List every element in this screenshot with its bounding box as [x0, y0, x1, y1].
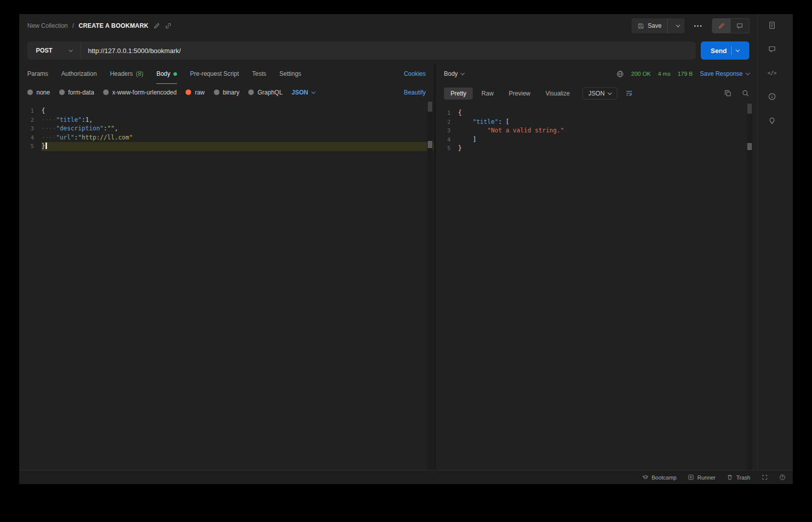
code-line[interactable]: 5}	[19, 142, 434, 151]
scrollbar-thumb[interactable]	[428, 102, 432, 112]
code-line[interactable]: 4 ]	[436, 135, 757, 145]
response-header: Body 200 OK 4 ms 179 B Save Response	[436, 64, 757, 84]
code-line[interactable]: 5}	[436, 144, 757, 153]
line-number: 5	[19, 142, 41, 151]
code-line[interactable]: 3····"description":"",	[19, 124, 434, 133]
send-button-divider	[731, 46, 732, 55]
tab-tests[interactable]: Tests	[252, 64, 266, 84]
trash-button[interactable]: Trash	[727, 474, 750, 481]
editor-scrollbar[interactable]	[427, 101, 433, 470]
chevron-down-icon	[311, 89, 315, 93]
save-button[interactable]: Save	[631, 18, 667, 33]
url-input[interactable]	[81, 41, 696, 60]
comment-icon[interactable]	[765, 42, 779, 56]
body-type-raw[interactable]: raw	[186, 89, 204, 96]
status-bar: Bootcamp Runner Trash	[19, 470, 793, 484]
info-icon[interactable]	[765, 89, 779, 104]
chevron-down-icon	[736, 48, 740, 52]
pencil-icon	[718, 22, 725, 29]
radio-icon	[27, 89, 33, 95]
lightbulb-icon[interactable]	[765, 113, 779, 127]
topbar-actions: Save •••	[631, 18, 749, 33]
code-line[interactable]: 1{	[19, 107, 434, 116]
network-globe-icon[interactable]	[616, 70, 624, 78]
tab-pre-request-script[interactable]: Pre-request Script	[190, 64, 239, 84]
body-type-none[interactable]: none	[27, 89, 50, 96]
tab-authorization[interactable]: Authorization	[61, 64, 97, 84]
request-topbar: New Collection / CREATE A BOOKMARK	[19, 14, 757, 37]
response-view-tabs: Pretty Raw Preview Visualize JSON	[436, 84, 757, 103]
radio-icon	[59, 89, 65, 95]
body-type-urlencoded[interactable]: x-www-form-urlencoded	[103, 89, 176, 96]
line-number: 2	[19, 116, 41, 125]
headers-count: (8)	[136, 70, 144, 77]
save-response-button[interactable]: Save Response	[700, 70, 749, 77]
editor-scrollbar[interactable]	[747, 103, 752, 470]
code-line[interactable]: 3 "Not a valid string."	[436, 126, 757, 135]
save-label: Save	[648, 22, 661, 29]
response-format-select[interactable]: JSON	[582, 87, 617, 100]
tab-visualize[interactable]: Visualize	[539, 87, 576, 100]
expand-icon[interactable]	[761, 474, 768, 481]
beautify-link[interactable]: Beautify	[404, 89, 426, 96]
send-button[interactable]: Send	[701, 41, 749, 60]
response-body-viewer[interactable]: 1{2 "title": [3 "Not a valid string."4 ]…	[436, 103, 757, 470]
edit-name-icon[interactable]	[153, 22, 160, 29]
chevron-down-icon	[608, 90, 612, 94]
code-line[interactable]: 2 "title": [	[436, 118, 757, 127]
tab-body[interactable]: Body	[156, 64, 176, 84]
save-dropdown-button[interactable]	[667, 18, 685, 33]
runner-icon	[688, 474, 694, 481]
response-section-select[interactable]: Body	[444, 70, 464, 77]
radio-icon	[103, 89, 109, 95]
help-icon[interactable]	[779, 474, 786, 481]
context-sidebar: </>	[757, 14, 793, 470]
copy-link-icon[interactable]	[165, 22, 172, 29]
line-number: 3	[19, 124, 41, 133]
chevron-down-icon	[676, 23, 680, 27]
bootcamp-button[interactable]: Bootcamp	[642, 474, 677, 481]
response-toolbar-icons	[724, 89, 749, 97]
bootcamp-icon	[642, 474, 649, 481]
code-line[interactable]: 2····"title":1,	[19, 116, 434, 125]
comments-toggle[interactable]	[731, 19, 749, 33]
tab-raw[interactable]: Raw	[475, 87, 500, 100]
status-code: 200 OK	[631, 71, 651, 77]
scrollbar-thumb[interactable]	[747, 104, 752, 114]
response-pane: Body 200 OK 4 ms 179 B Save Response	[436, 64, 757, 470]
code-line[interactable]: 4····"url":"http://ll.com"	[19, 133, 434, 143]
wrap-text-icon[interactable]	[625, 89, 633, 97]
tab-params[interactable]: Params	[27, 64, 48, 84]
language-select[interactable]: JSON	[292, 89, 315, 96]
request-name[interactable]: CREATE A BOOKMARK	[78, 22, 148, 29]
radio-icon	[214, 89, 219, 95]
code-line[interactable]: 1{	[436, 109, 757, 118]
more-options-button[interactable]: •••	[691, 23, 706, 29]
documentation-icon[interactable]	[765, 18, 779, 32]
method-select[interactable]: POST	[27, 41, 81, 60]
runner-button[interactable]: Runner	[688, 474, 715, 481]
body-type-options: none form-data x-www-form-urlencoded raw…	[19, 84, 434, 101]
line-number: 5	[436, 144, 458, 153]
body-type-form-data[interactable]: form-data	[59, 89, 94, 96]
search-icon[interactable]	[742, 89, 749, 97]
overview-cursor-marker	[428, 141, 432, 148]
body-type-graphql[interactable]: GraphQL	[248, 89, 282, 96]
copy-icon[interactable]	[724, 89, 732, 97]
body-type-binary[interactable]: binary	[214, 89, 240, 96]
tab-settings[interactable]: Settings	[280, 64, 301, 84]
line-number: 1	[436, 109, 458, 118]
text-cursor	[46, 143, 47, 149]
comment-icon	[736, 22, 743, 29]
request-tabs: Params Authorization Headers(8) Body Pre…	[19, 64, 434, 84]
tab-headers[interactable]: Headers(8)	[110, 64, 143, 84]
code-icon[interactable]: </>	[765, 66, 779, 80]
edit-docs-toggle[interactable]	[712, 19, 731, 33]
tab-preview[interactable]: Preview	[502, 87, 537, 100]
view-toggle-group	[712, 18, 749, 33]
request-body-editor[interactable]: 1{2····"title":1,3····"description":"",4…	[19, 101, 434, 470]
tab-pretty[interactable]: Pretty	[444, 87, 473, 100]
collection-name-link[interactable]: New Collection	[27, 22, 68, 29]
cookies-link[interactable]: Cookies	[404, 70, 426, 77]
app-window: New Collection / CREATE A BOOKMARK	[19, 14, 793, 484]
